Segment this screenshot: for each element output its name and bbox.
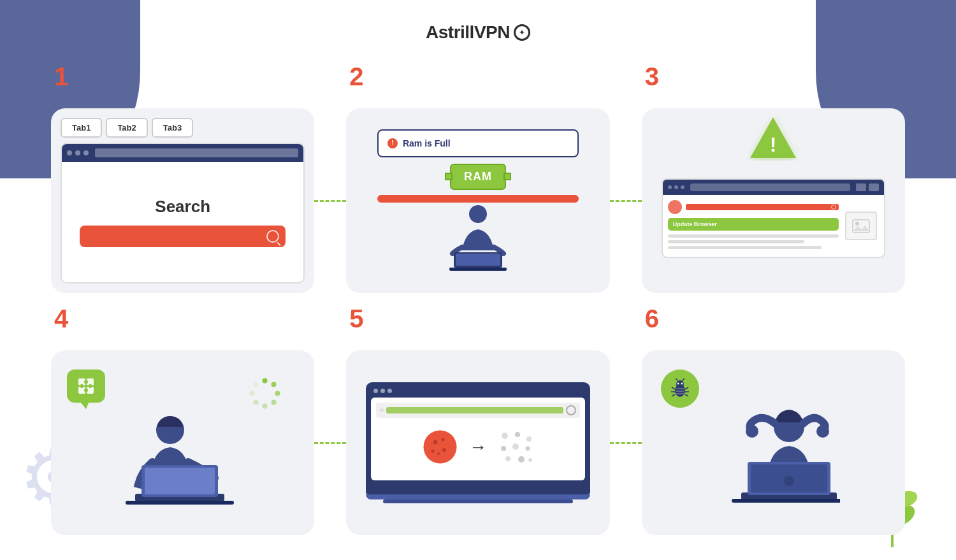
step-4-cell: 4 xyxy=(51,325,314,535)
svg-point-34 xyxy=(433,440,437,445)
laptop-foot xyxy=(383,499,574,503)
svg-point-35 xyxy=(441,438,444,442)
tab-3[interactable]: Tab3 xyxy=(152,118,193,138)
step-2-number: 2 xyxy=(349,64,363,89)
svg-point-23 xyxy=(272,400,277,405)
bw3-right xyxy=(844,200,879,252)
dashed-line-1 xyxy=(314,200,346,202)
arrow-right: → xyxy=(469,437,487,457)
svg-point-16 xyxy=(84,380,88,384)
svg-point-51 xyxy=(681,383,683,385)
svg-rect-6 xyxy=(456,254,500,266)
bw3-body: Update Browser xyxy=(663,195,884,257)
search-bar[interactable] xyxy=(80,226,286,247)
svg-line-59 xyxy=(685,394,688,396)
laptop-screen-inner: → xyxy=(371,398,584,480)
card-1-content: Tab1 Tab2 Tab3 Search xyxy=(51,108,314,293)
svg-point-26 xyxy=(250,391,255,396)
svg-point-44 xyxy=(525,447,530,451)
puzzle-icon xyxy=(76,376,96,396)
toolbar-url-1 xyxy=(95,148,298,157)
warning-triangle-svg: ! xyxy=(748,115,799,161)
svg-line-56 xyxy=(672,394,675,396)
card-6-content xyxy=(642,350,905,535)
svg-point-25 xyxy=(254,400,259,405)
update-browser-btn[interactable]: Update Browser xyxy=(668,218,839,231)
svg-point-46 xyxy=(518,456,525,463)
bug-bubble xyxy=(661,370,699,408)
svg-text:!: ! xyxy=(770,133,777,156)
svg-point-47 xyxy=(528,458,532,462)
search-bar-small xyxy=(686,204,839,210)
image-icon xyxy=(851,217,871,235)
card-5: → xyxy=(346,350,609,535)
card-6 xyxy=(642,350,905,535)
step-4-number: 4 xyxy=(54,306,68,331)
connector-1-2 xyxy=(314,200,346,202)
svg-point-64 xyxy=(746,425,758,438)
svg-point-38 xyxy=(437,452,440,455)
search-icon xyxy=(266,230,279,243)
puzzle-bubble xyxy=(67,370,105,403)
lt-search-icon xyxy=(566,405,576,415)
svg-point-36 xyxy=(431,450,434,453)
step-5-number: 5 xyxy=(349,306,363,331)
svg-point-17 xyxy=(89,384,92,388)
logo-text: AstrillVPN xyxy=(426,22,510,43)
svg-point-37 xyxy=(442,448,446,452)
spinner-svg xyxy=(247,376,282,411)
svg-point-20 xyxy=(263,378,268,384)
svg-point-70 xyxy=(784,476,794,486)
card-3-content: ! xyxy=(642,108,905,293)
step-2-cell: 2 ! Ram is Full RAM xyxy=(346,83,609,293)
laptop-stand xyxy=(366,494,590,499)
card-2: ! Ram is Full RAM xyxy=(346,108,609,293)
svg-rect-7 xyxy=(449,268,507,271)
top-row: 1 Tab1 Tab2 Tab3 xyxy=(51,83,905,293)
laptop-dots xyxy=(371,387,584,394)
browser-body-1: Search xyxy=(62,162,303,282)
svg-point-65 xyxy=(816,425,829,438)
toolbar-dot-2 xyxy=(75,150,80,155)
svg-point-27 xyxy=(254,382,259,387)
svg-line-52 xyxy=(676,378,678,381)
ram-dialog: ! Ram is Full xyxy=(377,129,579,157)
image-placeholder xyxy=(845,212,877,240)
card-1: Tab1 Tab2 Tab3 Search xyxy=(51,108,314,293)
svg-point-50 xyxy=(677,383,679,385)
laptop-search-bar xyxy=(376,403,579,418)
bw3-url-bar xyxy=(690,183,850,191)
toolbar-dot-3 xyxy=(83,150,89,155)
tab-1[interactable]: Tab1 xyxy=(61,118,102,138)
bug-icon xyxy=(669,378,691,399)
bottom-row: 4 xyxy=(51,325,905,535)
logo-badge: ✦ xyxy=(514,24,530,41)
cookie-svg-full xyxy=(423,429,458,464)
toolbar-dot-1 xyxy=(67,150,72,155)
svg-point-21 xyxy=(272,382,277,387)
card-3: ! xyxy=(642,108,905,293)
svg-rect-67 xyxy=(732,499,840,503)
browser-window-3: Update Browser xyxy=(662,178,885,258)
ram-chip: RAM xyxy=(450,164,506,190)
card-4-content xyxy=(51,350,314,535)
browser-window-1: Search xyxy=(61,143,305,284)
connector-4-5 xyxy=(314,442,346,444)
dashed-line-4 xyxy=(610,442,642,444)
cookie-svg-scattered xyxy=(498,429,533,464)
spinner-decoration xyxy=(247,376,282,413)
step-1-cell: 1 Tab1 Tab2 Tab3 xyxy=(51,83,314,293)
step-5-cell: 5 xyxy=(346,325,609,535)
svg-line-54 xyxy=(672,387,675,389)
ram-dialog-text: Ram is Full xyxy=(403,138,451,148)
cookie-full xyxy=(423,429,458,464)
svg-point-24 xyxy=(263,404,268,409)
laptop-icons-row: → xyxy=(376,423,579,471)
bw3-left: Update Browser xyxy=(668,200,839,252)
svg-point-33 xyxy=(423,431,456,464)
dashed-line-3 xyxy=(314,442,346,444)
frustrated-person-svg xyxy=(706,392,840,529)
step-3-cell: 3 ! xyxy=(642,83,905,293)
logo-area: AstrillVPN ✦ xyxy=(426,22,530,43)
tab-2[interactable]: Tab2 xyxy=(106,118,147,138)
